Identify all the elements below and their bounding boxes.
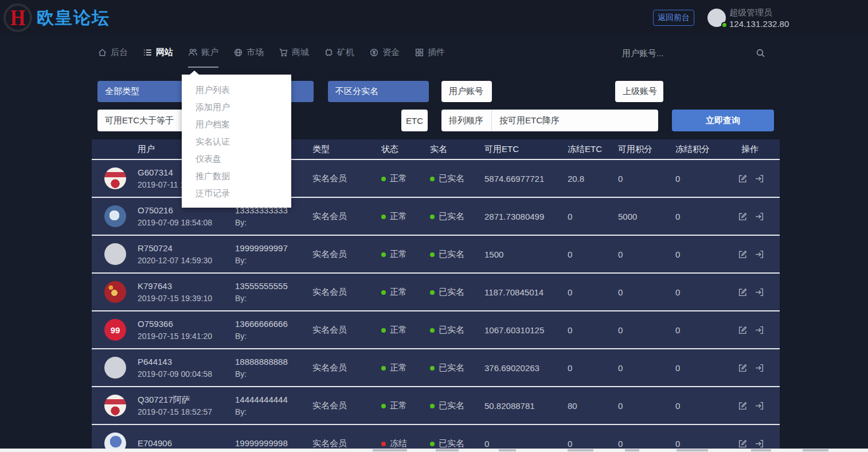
frozen-etc: 0 [568,439,618,449]
menu-item-promotion-data[interactable]: 推广数据 [182,167,291,185]
parent-account-input[interactable]: 上级账号 [615,81,663,102]
avatar [104,243,126,265]
frozen-etc: 0 [568,250,618,259]
referrer: By: [235,330,312,342]
nav-item-account[interactable]: 账户 [188,36,218,69]
login-as-icon[interactable] [754,174,764,184]
status-label: 正常 [390,211,407,221]
username: E704906 [138,437,235,450]
order-select[interactable]: 排列顺序 按可用ETC降序 [441,110,658,131]
edit-icon[interactable] [738,401,748,411]
users-icon [188,48,198,57]
edit-icon[interactable] [738,325,748,335]
edit-icon[interactable] [738,287,748,297]
available-etc: 50.82088781 [484,401,568,411]
admin-avatar[interactable] [707,9,726,27]
user-type: 实名会员 [312,249,381,260]
menu-item-add-user[interactable]: 添加用户 [182,99,291,116]
available-etc: 5874.66977721 [484,174,568,184]
login-as-icon[interactable] [754,212,764,221]
phone: 13666666666 [235,318,312,330]
available-points: 5000 [618,212,675,221]
status-label: 正常 [390,173,407,183]
username: O759366 [138,318,235,330]
menu-item-user-archive[interactable]: 用户档案 [182,116,291,133]
realname-dot [430,252,435,257]
login-as-icon[interactable] [754,250,764,259]
status-dot [381,215,386,219]
col-frozen-points: 冻结积分 [675,144,737,155]
search-icon[interactable] [756,48,765,58]
edit-icon[interactable] [738,250,748,259]
menu-item-realname-auth[interactable]: 实名认证 [182,133,291,150]
frozen-etc: 0 [568,363,618,373]
col-status: 状态 [381,144,430,155]
frozen-points: 0 [675,325,737,335]
available-etc: 0 [484,439,568,449]
username: K797643 [138,280,235,293]
username: Q307217阿萨 [138,393,235,406]
frozen-etc: 80 [568,401,618,411]
account-dropdown-menu: 用户列表 添加用户 用户档案 实名认证 仪表盘 推广数据 泛币记录 [182,75,291,208]
status-label: 正常 [390,363,407,372]
table-row: Q307217阿萨2019-07-15 18:52:57 14444444444… [92,387,780,425]
login-as-icon[interactable] [754,363,764,373]
available-etc: 2871.73080499 [484,212,568,221]
status-label: 正常 [390,325,407,334]
status-dot [381,442,386,446]
nav-item-miner[interactable]: 矿机 [324,36,354,69]
status-label: 正常 [390,400,407,410]
menu-item-dashboard[interactable]: 仪表盘 [182,150,291,167]
available-etc: 376.69020263 [484,363,568,373]
nav-item-mall[interactable]: 商城 [279,36,309,69]
user-account-search-input[interactable] [622,48,756,58]
nav-search [622,44,765,61]
main-nav: 后台 网站 账户 市场 商城 矿机 [0,36,868,69]
edit-icon[interactable] [738,174,748,184]
login-as-icon[interactable] [754,287,764,297]
phone: 19999999997 [235,242,312,255]
table-row: E704906 19999999998 实名会员 冻结 已实名 0 0 0 0 [92,425,780,452]
menu-item-coin-records[interactable]: 泛币记录 [182,185,291,202]
col-type: 类型 [312,144,381,155]
status-dot [381,177,386,181]
edit-icon[interactable] [738,363,748,373]
available-points: 0 [618,325,675,335]
plugin-icon [415,48,424,57]
login-as-icon[interactable] [754,325,764,335]
user-type: 实名会员 [312,325,381,336]
edit-icon[interactable] [738,439,748,449]
available-points: 0 [618,287,675,297]
menu-item-user-list[interactable]: 用户列表 [182,81,291,99]
available-points: 0 [618,363,675,373]
available-etc: 1187.70845014 [484,287,568,297]
user-type: 实名会员 [312,400,381,411]
nav-item-funds[interactable]: 资金 [369,36,400,69]
realname-dot [430,177,435,181]
realname-label: 已实名 [439,249,464,259]
referrer: By: [235,406,312,418]
login-as-icon[interactable] [754,439,764,449]
register-date: 2019-07-09 00:04:58 [138,368,235,380]
available-etc: 1500 [484,250,568,259]
nav-item-website[interactable]: 网站 [143,36,173,69]
available-points: 0 [618,401,675,411]
logo[interactable]: H 欧皇论坛 [3,3,110,32]
register-date: 2019-07-09 18:54:08 [138,217,235,228]
back-to-front-button[interactable]: 返回前台 [653,10,694,26]
realname-filter-select[interactable]: 不区分实名 [328,81,429,102]
username: R750724 [138,242,235,255]
table-row: K7976432019-07-15 19:39:10 13555555555By… [92,274,780,311]
col-available-etc: 可用ETC [484,144,568,155]
nav-item-market[interactable]: 市场 [233,36,264,69]
edit-icon[interactable] [738,212,748,221]
user-type: 实名会员 [312,363,381,373]
account-input[interactable]: 用户账号 [441,81,492,102]
login-as-icon[interactable] [754,401,764,411]
online-status-dot [721,22,728,28]
nav-item-backend[interactable]: 后台 [97,36,128,69]
nav-item-plugins[interactable]: 插件 [415,36,445,69]
order-value: 按可用ETC降序 [492,115,560,126]
home-icon [97,48,107,57]
query-button[interactable]: 立即查询 [672,110,774,131]
